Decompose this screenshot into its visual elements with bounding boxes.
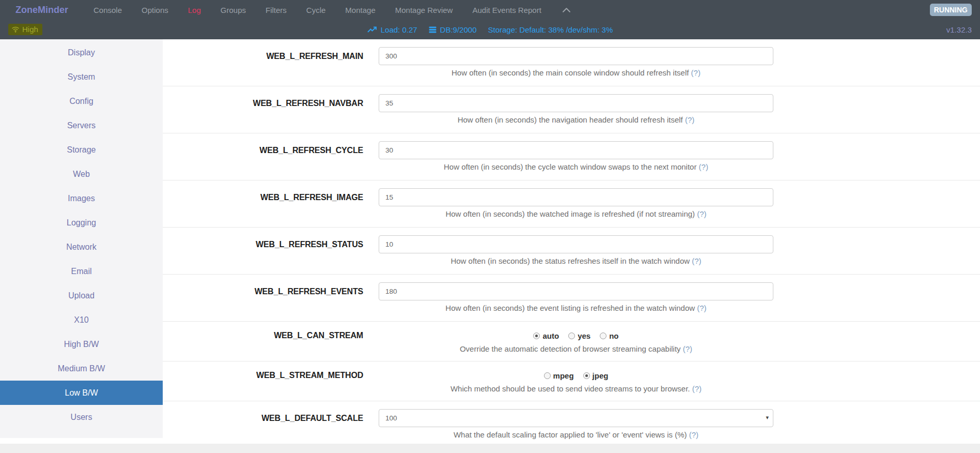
sidebar-item-x10[interactable]: X10 [0, 308, 163, 332]
sidebar-item-images[interactable]: Images [0, 186, 163, 210]
nav-item-cycle[interactable]: Cycle [306, 6, 326, 14]
option-value: How often (in seconds) the event listing… [379, 282, 773, 313]
nav-item-options[interactable]: Options [142, 6, 168, 14]
option-help: How often (in seconds) the main console … [379, 67, 773, 78]
radio-label: mpeg [553, 371, 574, 380]
options-form: WEB_L_REFRESH_MAIN How often (in seconds… [163, 39, 980, 453]
db-status[interactable]: DB:9/2000 [429, 25, 477, 34]
help-link[interactable]: (?) [691, 68, 701, 77]
nav-item-montage-review[interactable]: Montage Review [395, 6, 453, 14]
running-status-badge[interactable]: RUNNING [930, 4, 972, 16]
storage-label: Storage: Default: 38% /dev/shm: 3% [488, 25, 613, 34]
option-help: What the default scaling factor applied … [379, 429, 773, 440]
version-text: v1.32.3 [858, 25, 972, 34]
help-text: Which method should be used to send vide… [450, 384, 690, 393]
storage-status[interactable]: Storage: Default: 38% /dev/shm: 3% [488, 25, 613, 34]
radio-option-jpeg[interactable]: jpeg [583, 371, 609, 380]
radio-option-no[interactable]: no [600, 331, 618, 340]
status-bar: High Load: 0.27 DB:9/2000 Storage: Defau… [0, 20, 980, 39]
radio-label: jpeg [593, 371, 609, 380]
sidebar-item-storage[interactable]: Storage [0, 138, 163, 162]
sidebar-item-system[interactable]: System [0, 65, 163, 89]
option-row: WEB_L_REFRESH_IMAGE How often (in second… [163, 180, 980, 228]
sidebar-item-network[interactable]: Network [0, 235, 163, 259]
option-help: How often (in seconds) the event listing… [379, 303, 773, 313]
radio-label: auto [542, 331, 559, 340]
sidebar-item-upload[interactable]: Upload [0, 283, 163, 308]
help-text: How often (in seconds) the watched image… [445, 209, 695, 218]
radio-option-auto[interactable]: auto [533, 331, 559, 340]
nav-item-montage[interactable]: Montage [345, 6, 375, 14]
option-value: How often (in seconds) the navigation he… [379, 94, 773, 125]
nav-item-audit-events-report[interactable]: Audit Events Report [472, 6, 541, 14]
help-text: How often (in seconds) the cycle watch w… [444, 162, 696, 171]
sidebar-item-web[interactable]: Web [0, 162, 163, 186]
radio-jpeg[interactable] [583, 372, 590, 379]
sidebar-item-lowbw[interactable]: Low B/W [0, 381, 163, 405]
help-text: How often (in seconds) the event listing… [445, 304, 695, 312]
option-label: WEB_L_REFRESH_IMAGE [163, 188, 379, 219]
help-link[interactable]: (?) [683, 344, 692, 353]
refresh-status-input[interactable] [379, 235, 773, 253]
radio-auto[interactable] [533, 333, 540, 339]
radio-no[interactable] [600, 333, 606, 339]
radio-yes[interactable] [568, 333, 575, 339]
sidebar-item-config[interactable]: Config [0, 89, 163, 113]
option-row: WEB_L_REFRESH_CYCLE How often (in second… [163, 133, 980, 180]
radio-mpeg[interactable] [544, 372, 551, 379]
radio-option-yes[interactable]: yes [568, 331, 590, 340]
option-label: WEB_L_STREAM_METHOD [163, 370, 379, 394]
brand-logo[interactable]: ZoneMinder [15, 5, 68, 16]
option-value: How often (in seconds) the watched image… [379, 188, 773, 219]
sidebar-item-display[interactable]: Display [0, 40, 163, 65]
nav-item-filters[interactable]: Filters [266, 6, 287, 14]
refresh-cycle-input[interactable] [379, 141, 773, 159]
help-link[interactable]: (?) [692, 384, 702, 393]
option-label: WEB_L_REFRESH_MAIN [163, 47, 379, 78]
refresh-main-input[interactable] [379, 47, 773, 65]
option-label: WEB_L_REFRESH_EVENTS [163, 282, 379, 313]
sidebar-item-mediumbw[interactable]: Medium B/W [0, 356, 163, 381]
help-link[interactable]: (?) [697, 209, 706, 218]
option-row: WEB_L_CAN_STREAM auto yes no Override th… [163, 322, 980, 361]
option-label: WEB_L_DEFAULT_SCALE [163, 409, 379, 440]
refresh-image-input[interactable] [379, 188, 773, 206]
option-row: WEB_L_REFRESH_EVENTS How often (in secon… [163, 275, 980, 322]
radio-label: no [609, 331, 618, 340]
can-stream-radio-group: auto yes no [379, 330, 773, 341]
option-value: How often (in seconds) the status refres… [379, 235, 773, 266]
radio-option-mpeg[interactable]: mpeg [544, 371, 574, 380]
chevron-up-icon[interactable] [563, 8, 570, 12]
help-link[interactable]: (?) [697, 304, 706, 312]
wifi-icon [11, 26, 20, 33]
help-text: What the default scaling factor applied … [454, 430, 687, 439]
help-link[interactable]: (?) [689, 430, 698, 439]
sidebar-item-users[interactable]: Users [0, 405, 163, 429]
help-text: How often (in seconds) the status refres… [450, 256, 690, 265]
option-value: auto yes no Override the automatic detec… [379, 330, 773, 354]
sidebar-item-servers[interactable]: Servers [0, 113, 163, 138]
default-scale-select[interactable]: 100 [379, 409, 773, 427]
refresh-navbar-input[interactable] [379, 94, 773, 112]
help-text: How often (in seconds) the navigation he… [458, 115, 683, 124]
refresh-events-input[interactable] [379, 282, 773, 300]
nav-items: Console Options Log Groups Filters Cycle… [84, 6, 570, 14]
option-label: WEB_L_REFRESH_STATUS [163, 235, 379, 266]
bandwidth-label: High [22, 25, 38, 34]
load-status[interactable]: Load: 0.27 [367, 25, 417, 34]
nav-item-log[interactable]: Log [188, 6, 201, 14]
option-label: WEB_L_CAN_STREAM [163, 330, 379, 354]
help-link[interactable]: (?) [699, 162, 708, 171]
options-sidebar: Display System Config Servers Storage We… [0, 39, 163, 438]
nav-item-console[interactable]: Console [94, 6, 122, 14]
sidebar-item-email[interactable]: Email [0, 259, 163, 283]
sidebar-item-logging[interactable]: Logging [0, 210, 163, 235]
help-link[interactable]: (?) [692, 256, 701, 265]
trending-up-icon [367, 26, 377, 33]
bandwidth-badge[interactable]: High [8, 24, 42, 35]
zoneminder-options-page: ZoneMinder Console Options Log Groups Fi… [0, 0, 980, 453]
option-help: How often (in seconds) the status refres… [379, 255, 773, 266]
nav-item-groups[interactable]: Groups [221, 6, 246, 14]
sidebar-item-highbw[interactable]: High B/W [0, 332, 163, 356]
help-link[interactable]: (?) [685, 115, 694, 124]
